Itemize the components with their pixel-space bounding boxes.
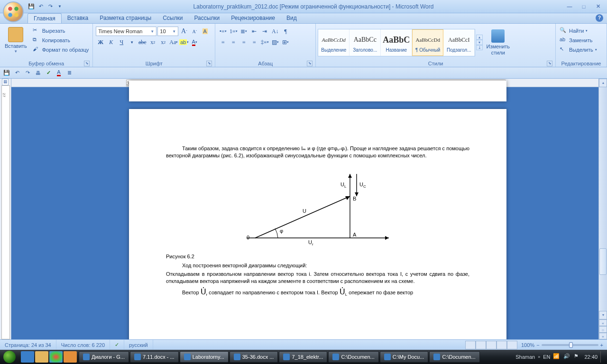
line-spacing-button[interactable]: ‡≡▾ <box>260 37 269 47</box>
office-button[interactable] <box>3 1 24 22</box>
pinned-explorer-icon[interactable] <box>35 351 48 363</box>
view-web-button[interactable] <box>486 341 497 349</box>
replace-button[interactable]: abЗаменить <box>558 36 599 45</box>
align-left-button[interactable]: ≡ <box>218 37 228 47</box>
font-launcher[interactable]: ⬊ <box>206 61 212 66</box>
strike-button[interactable]: abc <box>138 37 147 47</box>
gallery-up-button[interactable]: ▴ <box>476 35 483 40</box>
qat2-save-icon[interactable]: 💾 <box>3 69 10 77</box>
minimize-button[interactable]: — <box>563 3 576 10</box>
qat2-spell-icon[interactable]: ✓ <box>45 69 52 77</box>
decrease-indent-button[interactable]: ⇤ <box>249 27 259 36</box>
subscript-button[interactable]: x2 <box>148 37 157 47</box>
font-size-combo[interactable]: 10▼ <box>157 27 178 36</box>
start-button[interactable] <box>0 350 19 364</box>
superscript-button[interactable]: x2 <box>158 37 168 47</box>
sort-button[interactable]: A↓ <box>270 27 280 36</box>
borders-button[interactable]: ⊞▾ <box>281 37 290 47</box>
styles-launcher[interactable]: ⬊ <box>547 61 552 66</box>
clipboard-launcher[interactable]: ⬊ <box>84 61 90 66</box>
underline-button[interactable]: Ч <box>117 37 126 47</box>
tray-volume-icon[interactable]: 🔊 <box>563 353 571 361</box>
paragraph-launcher[interactable]: ⬊ <box>307 61 313 66</box>
status-words[interactable]: Число слов: 6 220 <box>56 340 110 350</box>
change-case-button[interactable]: Aa▾ <box>169 37 178 47</box>
gallery-more-button[interactable]: ⤓ <box>476 45 483 50</box>
qat2-list-icon[interactable]: ≣ <box>65 69 73 77</box>
pinned-chrome-icon[interactable] <box>49 351 63 363</box>
increase-indent-button[interactable]: ⇥ <box>260 27 269 36</box>
style-item[interactable]: AaBbCcDdВыделение <box>318 29 349 56</box>
scroll-up-button[interactable]: ▴ <box>599 79 607 87</box>
qat2-undo-icon[interactable]: ↶ <box>13 69 21 77</box>
numbering-button[interactable]: 1≡▾ <box>229 27 238 36</box>
align-center-button[interactable]: ≡ <box>229 37 238 47</box>
vertical-scrollbar[interactable]: ▴ ▾ « ○ » <box>598 79 607 339</box>
shading-button[interactable]: ▨▾ <box>270 37 280 47</box>
taskbar-item[interactable]: 35-36.docx ... <box>230 351 278 363</box>
change-styles-button[interactable]: Изменить стили <box>484 27 512 58</box>
style-item[interactable]: AaBbCНазвание <box>381 29 412 56</box>
view-fullscreen-button[interactable] <box>476 341 486 349</box>
next-page-button[interactable]: » <box>599 333 607 339</box>
status-proofing-icon[interactable]: ✓ <box>110 340 124 350</box>
format-painter-button[interactable]: 🖌Формат по образцу <box>31 46 91 54</box>
qat-save-icon[interactable]: 💾 <box>28 3 35 10</box>
view-draft-button[interactable] <box>507 341 517 349</box>
zoom-slider[interactable] <box>542 344 598 346</box>
help-button[interactable]: ? <box>596 14 603 22</box>
tray-clock[interactable]: 22:40 <box>584 354 598 360</box>
tray-network-icon[interactable]: 📶 <box>553 353 561 361</box>
clear-format-button[interactable]: A <box>200 27 210 36</box>
qat-redo-icon[interactable]: ↷ <box>46 3 54 10</box>
scroll-down-button[interactable]: ▾ <box>599 311 607 319</box>
view-outline-button[interactable] <box>497 341 507 349</box>
paste-button[interactable]: Вставить ▼ <box>2 25 30 56</box>
pinned-wmp-icon[interactable] <box>64 351 77 363</box>
tab-рецензирование[interactable]: Рецензирование <box>225 13 281 23</box>
shrink-font-button[interactable]: Aˇ <box>190 27 199 36</box>
status-language[interactable]: русский <box>124 340 153 350</box>
view-printlayout-button[interactable] <box>465 341 476 349</box>
taskbar-item[interactable]: Диалоги - G... <box>79 351 129 363</box>
tray-chevron-icon[interactable]: » <box>538 355 540 359</box>
tab-главная[interactable]: Главная <box>28 13 62 23</box>
pinned-ie-icon[interactable] <box>21 351 34 363</box>
style-item[interactable]: AaBbCcDd¶ Обычный <box>412 29 443 56</box>
align-right-button[interactable]: ≡ <box>239 37 248 47</box>
page-current[interactable]: Таким образом, задача сводится к определ… <box>129 109 506 339</box>
taskbar-item[interactable]: C:\Documen... <box>328 351 378 363</box>
font-name-combo[interactable]: Times New Roman▼ <box>96 27 156 36</box>
taskbar-item[interactable]: C:\My Docu... <box>380 351 429 363</box>
tab-ссылки[interactable]: Ссылки <box>157 13 188 23</box>
qat2-print-icon[interactable]: 🖶 <box>34 69 42 77</box>
prev-page-button[interactable]: « <box>599 319 607 326</box>
qat2-color-icon[interactable]: A <box>55 69 63 77</box>
show-desktop-button[interactable] <box>600 351 604 363</box>
tray-lang[interactable]: EN <box>543 354 550 360</box>
browse-object-button[interactable]: ○ <box>599 326 607 333</box>
style-item[interactable]: AaBbCcЗаголово... <box>349 29 381 56</box>
scroll-thumb[interactable] <box>599 248 607 275</box>
italic-button[interactable]: К <box>106 37 116 47</box>
taskbar-item[interactable]: Laboratorny... <box>180 351 229 363</box>
show-marks-button[interactable]: ¶ <box>281 27 290 36</box>
highlight-button[interactable]: ab▾ <box>179 37 189 47</box>
copy-button[interactable]: ⧉Копировать <box>31 36 91 45</box>
maximize-button[interactable]: □ <box>578 3 590 10</box>
bold-button[interactable]: Ж <box>96 37 105 47</box>
ruler-corner-button[interactable]: ▦ <box>2 79 9 85</box>
vertical-ruler[interactable]: ▦ 27 <box>0 79 11 339</box>
taskbar-item[interactable]: C:\Documen... <box>429 351 479 363</box>
find-button[interactable]: 🔍Найти ▾ <box>558 27 599 35</box>
taskbar-item[interactable]: 7.11.docx - ... <box>130 351 179 363</box>
zoom-out-button[interactable]: − <box>536 342 539 348</box>
style-item[interactable]: AaBbCcIПодзагол... <box>443 29 475 56</box>
tab-вставка[interactable]: Вставка <box>62 13 94 23</box>
justify-button[interactable]: ≡ <box>249 37 259 47</box>
styles-gallery[interactable]: AaBbCcDdВыделениеAaBbCcЗаголово...AaBbCН… <box>318 29 475 56</box>
multilevel-button[interactable]: ≣▾ <box>239 27 248 36</box>
gallery-down-button[interactable]: ▾ <box>476 40 483 45</box>
zoom-value[interactable]: 100% <box>521 342 534 348</box>
cut-button[interactable]: ✂Вырезать <box>31 27 91 35</box>
